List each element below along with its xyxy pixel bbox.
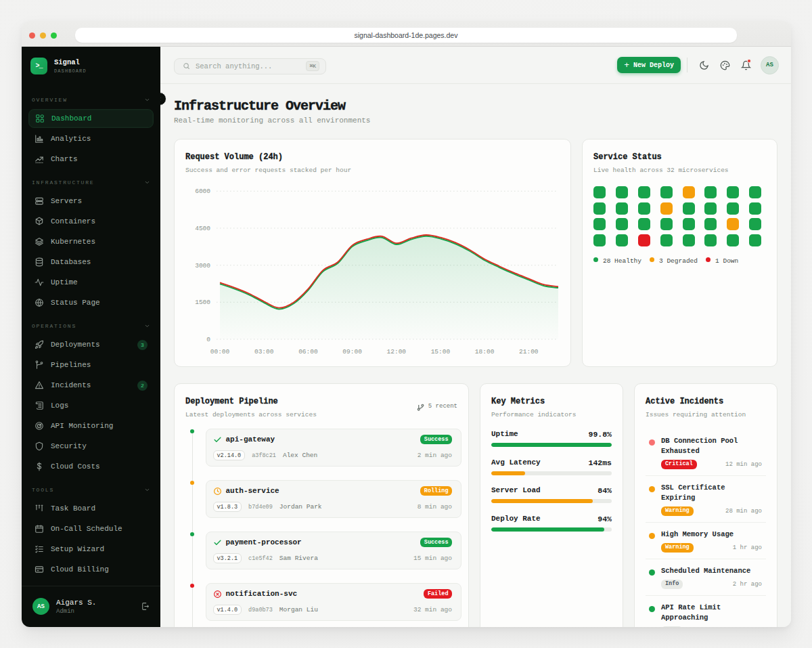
svg-text:15:00: 15:00: [431, 348, 451, 355]
svg-text:1500: 1500: [195, 299, 210, 306]
svg-text:3000: 3000: [195, 262, 210, 269]
svg-text:0: 0: [206, 336, 210, 343]
svg-text:09:00: 09:00: [342, 348, 362, 355]
svg-text:6000: 6000: [195, 188, 210, 195]
svg-text:4500: 4500: [195, 225, 210, 232]
svg-text:12:00: 12:00: [387, 348, 407, 355]
svg-text:06:00: 06:00: [298, 348, 318, 355]
svg-text:00:00: 00:00: [210, 348, 230, 355]
svg-text:03:00: 03:00: [254, 348, 274, 355]
svg-text:18:00: 18:00: [475, 348, 495, 355]
svg-text:21:00: 21:00: [519, 348, 539, 355]
